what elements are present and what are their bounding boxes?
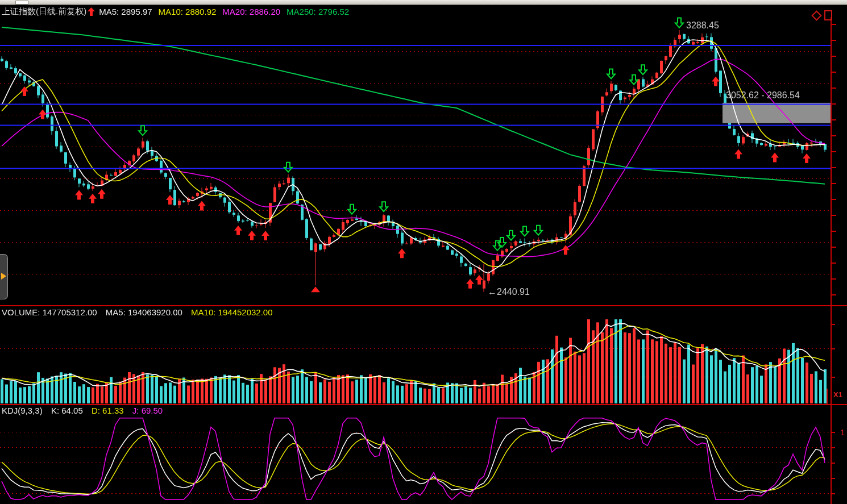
ma20-value: MA20: 2886.20 <box>222 7 280 16</box>
volume-value: VOLUME: 147705312.00 <box>2 307 97 317</box>
chart-canvas[interactable] <box>0 0 847 504</box>
peak-price-label: 3288.45 <box>686 20 719 31</box>
symbol-title: 上证指数(日线.前复权) <box>2 6 86 17</box>
expand-right-arrow-icon <box>1 273 6 280</box>
kdj-j-value: J: 69.50 <box>132 406 163 415</box>
volume-pane-header: VOLUME: 147705312.00 MA5: 194063920.00 M… <box>2 307 279 317</box>
menubar[interactable] <box>0 0 847 5</box>
gap-range-label: 3052.62 - 2986.54 <box>726 90 800 101</box>
menubar-chip <box>15 1 28 5</box>
low-price-label: ←2440.91 <box>488 287 530 297</box>
sidebar-expander-tab[interactable] <box>0 254 8 299</box>
ma5-value: MA5: 2895.97 <box>99 7 152 16</box>
volume-ma5-value: MA5: 194063920.00 <box>106 307 182 317</box>
kdj-params: KDJ(9,3,3) <box>2 406 43 415</box>
ma250-value: MA250: 2796.52 <box>287 7 349 16</box>
ma10-value: MA10: 2880.92 <box>159 7 217 16</box>
volume-axis-label: X1 <box>833 390 842 399</box>
kdj-pane-header: KDJ(9,3,3) K: 64.05 D: 61.33 J: 69.50 <box>2 406 169 415</box>
buy-signal-up-arrow-icon <box>88 7 95 16</box>
window-restore-icon[interactable] <box>824 10 832 20</box>
kdj-axis-label: 1 <box>840 427 845 437</box>
volume-ma10-value: MA10: 194452032.00 <box>191 307 272 317</box>
kdj-d-value: D: 61.33 <box>92 406 124 415</box>
price-pane-header: 上证指数(日线.前复权) MA5: 2895.97 MA10: 2880.92 … <box>2 6 355 17</box>
kdj-k-value: K: 64.05 <box>51 406 83 415</box>
